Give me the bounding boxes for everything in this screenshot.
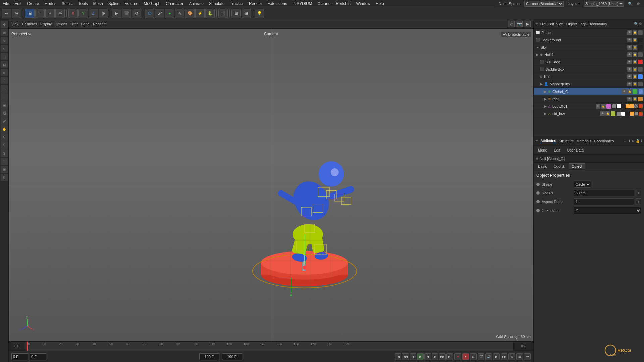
sidebar-lasso[interactable]: ⬕ [1,61,8,68]
menu-mesh[interactable]: Mesh [93,1,103,6]
collapse-icon-body[interactable]: ▶ [544,104,547,109]
go-to-start-button[interactable]: |◀ [395,353,401,360]
layout-select[interactable]: Simple_1080 (User) [584,1,624,7]
null1-lock-icon[interactable]: 🔒 [633,52,637,57]
redo-button[interactable]: ↪ [12,9,21,18]
bg-lock-icon[interactable]: 🔒 [633,38,637,42]
collapse-icon-sldlow[interactable]: ▶ [544,111,547,116]
sidebar-dollar[interactable]: $ [1,133,8,141]
menu-volume[interactable]: Volume [125,1,138,6]
attr-lock-icon[interactable]: 🔒 [636,139,640,143]
menu-octane[interactable]: Octane [318,1,331,6]
menu-mograph[interactable]: MoGraph [144,1,160,6]
bullbase-lock-icon[interactable]: 🔒 [633,60,637,64]
object-tab[interactable]: Object [569,163,585,169]
root-lock-icon[interactable]: 🔒 [633,97,637,101]
menu-modes[interactable]: Modes [44,1,56,6]
null1-vis-icon[interactable]: 👁 [627,52,632,57]
go-to-end-button[interactable]: ▶| [446,353,453,360]
attr-tab-coordinates[interactable]: Coordinates [594,139,614,143]
render-settings-button[interactable]: ⚙ [132,9,141,18]
obj-row-null1[interactable]: ▶ ⊕ Null.1 👁 🔒 [534,51,644,58]
y-axis-button[interactable]: Y [78,9,88,18]
menu-file[interactable]: File [3,1,9,6]
select-filter[interactable]: ⬚ [218,9,228,18]
sidebar-cube[interactable]: ⬛ [1,158,8,165]
xpresso-button[interactable]: ⚡ [195,9,205,18]
menu-extensions[interactable]: Extensions [267,1,287,6]
motion-clip-button[interactable]: 🎬 [478,353,484,360]
obj-row-globalc[interactable]: ▶ ⊕ Global_C 👁 🔒 [534,88,644,95]
viewport-maximize[interactable]: ⤢ [508,21,515,27]
sldlow-vis-icon[interactable]: 👁 [600,111,605,116]
render-to-pic-button[interactable]: 🎬 [122,9,131,18]
sky-vis-icon[interactable]: 👁 [627,45,632,50]
node-space-select[interactable]: Current (Standard/I [524,1,564,7]
obj-header-edit[interactable]: Edit [548,22,554,26]
manny-lock-icon[interactable]: 🔒 [633,82,637,86]
python-button[interactable]: 🐍 [205,9,215,18]
attr-nav-icon[interactable]: ⬆ [628,139,631,143]
manny-vis-icon[interactable]: 👁 [627,82,632,86]
menu-window[interactable]: Window [356,1,370,6]
timeline-ruler[interactable]: 0 10 20 30 40 50 60 70 80 90 100 110 120… [25,342,513,351]
obj-row-saddlebox[interactable]: ⬛ Saddle Box 👁 🔒 [534,66,644,73]
aspect-ratio-spinner[interactable]: ⬍ [636,198,641,205]
next-frame-button[interactable]: ▶▶ [439,353,446,360]
aspect-ratio-dot[interactable] [536,200,540,203]
orientation-dot[interactable] [536,209,540,212]
obj-header-file[interactable]: File [540,22,546,26]
render-region-button[interactable]: ◎ [55,9,65,18]
paint-button[interactable]: 🖌 [155,9,164,18]
edit-tab[interactable]: Edit [551,147,564,153]
menu-icon[interactable]: ≡ [536,22,538,26]
auto-key-button[interactable]: ● [462,353,469,360]
globalc-vis-icon[interactable]: 👁 [622,89,627,94]
timeline-toggle[interactable]: ⊞ [470,353,477,360]
obj-search-icon[interactable]: 🔍 [634,22,638,26]
vt-display[interactable]: Display [40,22,52,26]
vt-panel[interactable]: Panel [81,22,90,26]
obj-header-bookmarks[interactable]: Bookmarks [589,22,607,26]
null-lock-icon[interactable]: 🔒 [633,74,637,79]
object-tool[interactable]: ● [165,9,174,18]
sidebar-model[interactable]: ▣ [1,101,8,109]
display-mode[interactable]: ▦ [231,9,241,18]
timeline[interactable]: 0 F 0 10 20 30 40 50 60 70 80 90 100 110 [9,341,533,351]
obj-row-sldlow[interactable]: ▶ △ sld_low 👁 🔒 [534,110,644,117]
viewport-camera[interactable]: 📷 [516,21,523,27]
play-forward-button[interactable]: ▶ [417,353,424,360]
sidebar-poly[interactable]: ⬡ [1,77,8,84]
obj-row-mannequiny[interactable]: ▶ 👤 Mannequiny 👁 🔒 [534,80,644,88]
sidebar-loop[interactable]: ∞ [1,69,8,76]
undo-button[interactable]: ↩ [2,9,11,18]
render-preview-all-button[interactable]: ▶▶ [501,353,507,360]
obj-row-root[interactable]: ▶ ⊕ root 👁 🔒 [534,95,644,103]
world-button[interactable]: ⊕ [99,9,108,18]
render-button[interactable]: ▶ [112,9,121,18]
collapse-icon-manny[interactable]: ▶ [540,82,543,86]
attr-info-icon[interactable]: ℹ [641,139,642,143]
snap-button[interactable]: ⌖ [45,9,55,18]
obj-row-bullbase[interactable]: ⬛ Bull Base 👁 🔒 [534,58,644,66]
obj-header-view[interactable]: View [556,22,564,26]
menu-character[interactable]: Character [166,1,183,6]
bp-button[interactable]: 🎨 [185,9,195,18]
frame-input-current[interactable] [30,353,46,360]
globalc-lock-icon[interactable]: 🔒 [627,89,632,94]
collapse-icon-root[interactable]: ▶ [544,97,547,101]
z-axis-button[interactable]: Z [89,9,98,18]
plane-lock-icon[interactable]: 🔒 [633,30,637,35]
sidebar-s[interactable]: S [1,141,8,149]
saddlebox-lock-icon[interactable]: 🔒 [633,67,637,72]
radius-spinner[interactable]: ⬍ [636,190,641,196]
obj-filter-icon[interactable]: ⚙ [639,22,642,26]
sidebar-s2[interactable]: S [1,149,8,157]
live-select-button[interactable]: ▣ [25,9,35,18]
radius-dot[interactable] [536,191,540,195]
root-vis-icon[interactable]: 👁 [627,97,632,101]
x-axis-button[interactable]: X [68,9,78,18]
menu-render[interactable]: Render [249,1,262,6]
menu-insydium[interactable]: INSYDIUM [292,1,312,6]
viewport-render[interactable]: ▶ [524,21,531,27]
